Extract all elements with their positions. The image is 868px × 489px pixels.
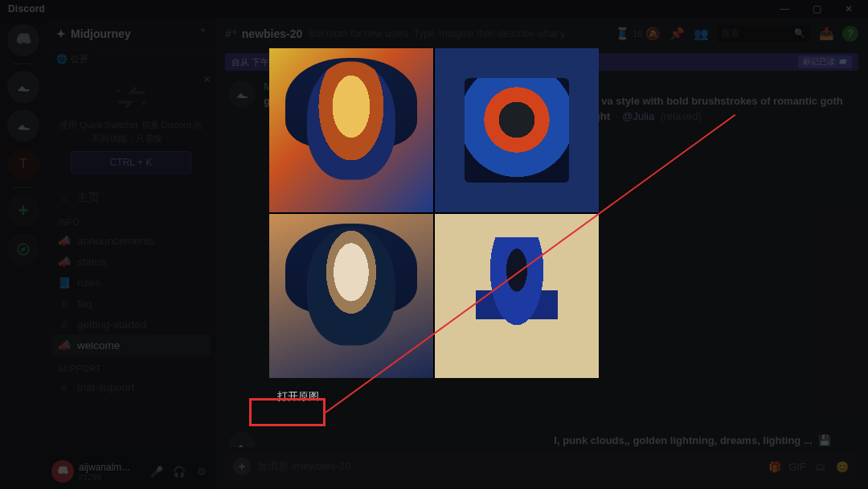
image-quadrant — [269, 214, 433, 378]
image-grid[interactable] — [269, 48, 599, 378]
lightbox: 打开原图 — [269, 48, 599, 409]
lightbox-overlay[interactable]: 打开原图 — [0, 0, 868, 489]
image-quadrant — [269, 48, 433, 212]
image-quadrant — [435, 48, 599, 212]
image-quadrant — [435, 214, 599, 378]
open-original-link[interactable]: 打开原图 — [269, 384, 327, 409]
